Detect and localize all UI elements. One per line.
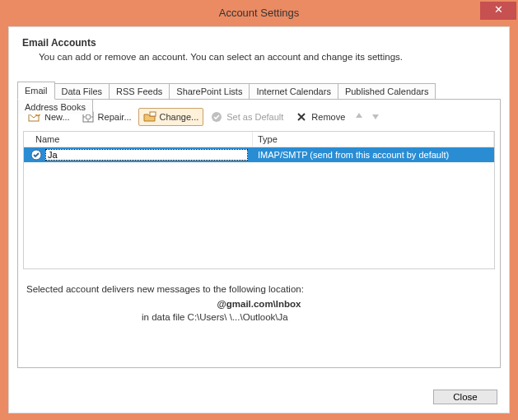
- remove-label: Remove: [311, 110, 345, 124]
- window-close-button[interactable]: ✕: [480, 2, 516, 20]
- change-button[interactable]: Change...: [138, 108, 204, 126]
- tab-data-files[interactable]: Data Files: [54, 83, 110, 99]
- row-type-label: IMAP/SMTP (send from this account by def…: [258, 150, 449, 160]
- tab-page-email: New... Repair... Change...: [17, 100, 501, 368]
- close-button[interactable]: Close: [433, 390, 497, 404]
- set-default-label: Set as Default: [226, 110, 283, 124]
- tab-published-calendars[interactable]: Published Calendars: [338, 83, 436, 99]
- delivery-line1: Selected account delivers new messages t…: [26, 284, 492, 294]
- delivery-location: @gmail.com\Inbox: [26, 294, 492, 309]
- column-header-name[interactable]: Name: [24, 132, 253, 147]
- titlebar: Account Settings ✕: [2, 2, 516, 25]
- listview-header: Name Type: [24, 132, 494, 147]
- move-down-button: [368, 111, 383, 124]
- tab-internet-calendars[interactable]: Internet Calendars: [249, 83, 338, 99]
- tab-strip: EmailData FilesRSS FeedsSharePoint Lists…: [17, 82, 501, 100]
- account-name-editbox[interactable]: Ja: [45, 149, 248, 161]
- change-folder-icon: [143, 110, 156, 124]
- remove-x-icon: [295, 110, 308, 124]
- remove-button[interactable]: Remove: [290, 108, 350, 126]
- delivery-info: Selected account delivers new messages t…: [23, 269, 495, 322]
- header-title: Email Accounts: [22, 37, 496, 49]
- header-description: You can add or remove an account. You ca…: [22, 49, 496, 62]
- client-area: Email Accounts You can add or remove an …: [8, 26, 510, 413]
- row-name-cell: Ja: [24, 149, 253, 161]
- header: Email Accounts You can add or remove an …: [9, 27, 509, 67]
- tab-address-books[interactable]: Address Books: [17, 99, 93, 114]
- change-label: Change...: [160, 110, 199, 124]
- dialog-buttons: Close: [433, 390, 497, 404]
- accounts-listview[interactable]: Name Type Ja IMAP/SMTP (send from this a…: [23, 131, 495, 269]
- check-circle-icon: [210, 110, 223, 124]
- delivery-path: in data file C:\Users\ \...\Outlook\Ja: [26, 309, 492, 322]
- tab-email[interactable]: Email: [17, 82, 55, 100]
- move-up-button: [352, 111, 366, 124]
- arrow-down-icon: [371, 111, 380, 124]
- set-default-button: Set as Default: [205, 108, 288, 126]
- tab-rss-feeds[interactable]: RSS Feeds: [109, 83, 170, 99]
- tab-sharepoint-lists[interactable]: SharePoint Lists: [169, 83, 250, 99]
- repair-label: Repair...: [98, 110, 132, 124]
- window-title: Account Settings: [2, 2, 516, 25]
- column-header-type[interactable]: Type: [253, 132, 494, 147]
- account-settings-window: Account Settings ✕ Email Accounts You ca…: [2, 2, 516, 418]
- default-check-icon: [30, 149, 42, 161]
- svg-rect-3: [150, 112, 156, 116]
- arrow-up-icon: [354, 111, 364, 124]
- row-type-cell: IMAP/SMTP (send from this account by def…: [253, 150, 494, 160]
- table-row[interactable]: Ja IMAP/SMTP (send from this account by …: [24, 147, 494, 162]
- toolbar: New... Repair... Change...: [23, 106, 495, 131]
- close-icon: ✕: [494, 3, 503, 16]
